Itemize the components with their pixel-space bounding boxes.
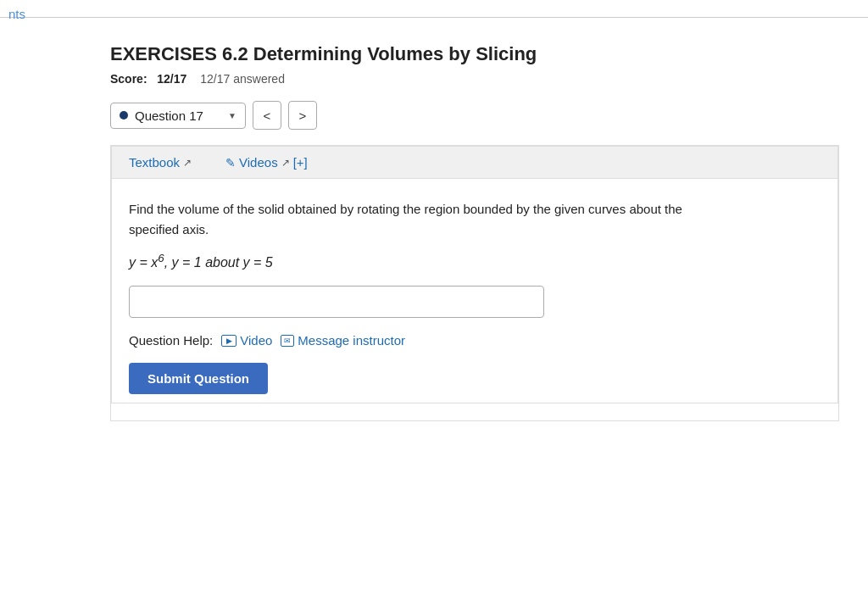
question-dot (120, 111, 128, 120)
nav-link[interactable]: nts (0, 7, 34, 21)
textbook-external-icon: ↗ (183, 157, 192, 169)
video-help-link[interactable]: ▶ Video (221, 333, 272, 348)
message-icon: ✉ (281, 335, 294, 347)
score-value: 12/17 (157, 72, 186, 86)
score-label: Score: 12/17 (110, 72, 186, 86)
math-expression: y = x6, y = 1 about y = 5 (129, 252, 821, 270)
prev-button[interactable]: < (253, 101, 281, 130)
question-label: Question 17 (135, 108, 221, 123)
video-icon: ▶ (221, 335, 236, 347)
next-button[interactable]: > (288, 101, 317, 130)
textbook-link[interactable]: Textbook ↗ (129, 155, 192, 170)
submit-button[interactable]: Submit Question (129, 363, 268, 394)
videos-link[interactable]: ✎ Videos ↗ [+] (225, 155, 308, 170)
resources-bar: Textbook ↗ ✎ Videos ↗ [+] (111, 146, 838, 179)
question-text: Find the volume of the solid obtained by… (129, 199, 821, 240)
chevron-down-icon: ▼ (228, 111, 236, 120)
question-selector[interactable]: Question 17 ▼ (110, 103, 246, 129)
answered-label: 12/17 answered (200, 72, 285, 86)
exercise-title: EXERCISES 6.2 Determining Volumes by Sli… (110, 43, 839, 65)
question-help: Question Help: ▶ Video ✉ Message instruc… (129, 333, 821, 348)
question-area: Find the volume of the solid obtained by… (111, 179, 838, 403)
answer-input[interactable] (129, 286, 544, 318)
pencil-icon: ✎ (225, 156, 236, 170)
message-instructor-link[interactable]: ✉ Message instructor (281, 333, 405, 348)
videos-external-icon: ↗ (281, 157, 290, 169)
